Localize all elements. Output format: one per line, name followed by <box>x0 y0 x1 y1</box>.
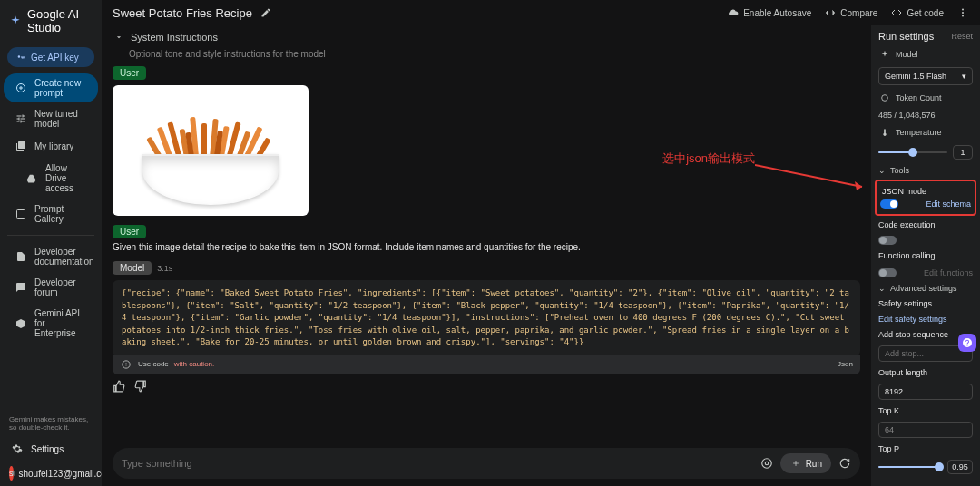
topbar: Sweet Potato Fries Recipe Enable Autosav… <box>102 0 980 25</box>
user-message-2: User Given this image detail the recipe … <box>113 225 860 252</box>
chevron-down-icon: ⌄ <box>878 284 886 293</box>
code-footer: Use code with caution. Json <box>113 355 860 374</box>
spark-icon <box>9 15 22 27</box>
nav-label: Allow Drive access <box>45 163 87 193</box>
main: Sweet Potato Fries Recipe Enable Autosav… <box>102 0 980 486</box>
role-badge-user: User <box>113 66 146 80</box>
get-api-key-button[interactable]: Get API key <box>7 47 94 67</box>
sidebar-settings[interactable]: Settings <box>0 437 102 461</box>
svg-point-11 <box>882 95 888 102</box>
drive-icon <box>25 172 38 185</box>
output-length-input[interactable] <box>878 384 973 400</box>
advanced-section[interactable]: ⌄ Advanced settings <box>878 284 973 293</box>
token-icon <box>878 92 891 104</box>
settings-label: Settings <box>31 444 64 454</box>
nav-drive-access[interactable]: Allow Drive access <box>4 159 98 198</box>
compare-icon <box>824 6 837 19</box>
getcode-button[interactable]: Get code <box>890 6 944 19</box>
nav-label: Create new prompt <box>34 78 87 98</box>
reset-button[interactable]: Reset <box>951 32 973 41</box>
page-title: Sweet Potato Fries Recipe <box>113 6 252 20</box>
run-settings-panel: Run settings Reset Model Gemini 1.5 Flas… <box>871 25 980 486</box>
topp-value[interactable]: 0.95 <box>947 460 973 474</box>
image-icon[interactable] <box>760 457 773 470</box>
code-output: {"recipe": {"name": "Baked Sweet Potato … <box>113 280 860 356</box>
feedback-row <box>113 374 860 398</box>
thumbs-down-icon[interactable] <box>134 380 147 393</box>
svg-point-4 <box>962 15 964 17</box>
model-select[interactable]: Gemini 1.5 Flash ▾ <box>878 67 973 85</box>
caution-pre: Use code <box>138 360 169 368</box>
collapse-sidebar-button[interactable] <box>5 466 20 481</box>
json-mode-toggle[interactable] <box>880 199 898 209</box>
run-button[interactable]: Run <box>780 453 831 473</box>
caution-link[interactable]: with caution. <box>174 360 214 368</box>
key-icon <box>15 51 27 63</box>
api-key-label: Get API key <box>31 53 79 63</box>
code-icon <box>890 6 903 19</box>
input-bar: Run <box>113 448 860 479</box>
nav-label: Developer forum <box>34 277 87 297</box>
cloud-icon <box>727 6 740 19</box>
temp-label: Temperature <box>878 126 973 139</box>
prompt-input[interactable] <box>122 458 753 469</box>
user-email: shoufei123@gmail.com <box>19 469 114 479</box>
nav-new-tuned[interactable]: New tuned model <box>4 104 98 133</box>
thumbs-up-icon[interactable] <box>113 380 125 393</box>
chevron-down-icon: ⌄ <box>878 166 886 175</box>
code-exec-label: Code execution <box>878 220 973 229</box>
svg-point-6 <box>126 365 127 366</box>
safety-label: Safety settings <box>878 299 973 308</box>
nav-gallery[interactable]: Prompt Gallery <box>4 199 98 228</box>
autosave-button[interactable]: Enable Autosave <box>727 6 811 19</box>
svg-point-7 <box>761 459 771 469</box>
more-icon[interactable] <box>956 6 969 19</box>
nav-forum[interactable]: Developer forum <box>4 273 98 302</box>
sysinst-label: System Instructions <box>131 32 218 43</box>
spark-icon <box>878 48 891 61</box>
nav-enterprise[interactable]: Gemini API for Enterprise <box>4 304 98 343</box>
topp-slider[interactable] <box>878 466 942 468</box>
temperature-value[interactable]: 1 <box>953 145 973 160</box>
nav-create-prompt[interactable]: Create new prompt <box>4 73 98 102</box>
rp-title: Run settings <box>878 31 934 42</box>
topp-label: Top P <box>878 444 973 453</box>
doc-icon <box>15 250 27 263</box>
info-icon <box>120 358 132 371</box>
model-message: Model 3.1s {"recipe": {"name": "Baked Sw… <box>113 261 860 398</box>
autosave-label: Enable Autosave <box>743 8 811 18</box>
enterprise-icon <box>15 317 27 330</box>
sidebar: Google AI Studio Get API key Create new … <box>0 0 102 486</box>
model-label: Model <box>878 48 973 61</box>
system-instructions-header[interactable]: System Instructions <box>113 25 860 49</box>
gear-icon <box>11 442 24 455</box>
model-latency: 3.1s <box>157 264 172 273</box>
func-call-toggle[interactable] <box>878 268 897 277</box>
json-mode-highlight: JSON mode Edit schema <box>875 180 976 216</box>
edit-icon[interactable] <box>260 6 272 19</box>
temperature-slider[interactable] <box>878 151 947 153</box>
sysinst-hint: Optional tone and style instructions for… <box>113 49 860 59</box>
gallery-icon <box>15 208 27 220</box>
disclaimer: Gemini makes mistakes, so double-check i… <box>0 410 102 437</box>
compare-button[interactable]: Compare <box>824 6 877 19</box>
tools-section[interactable]: ⌄ Tools <box>878 166 973 175</box>
tune-icon <box>15 112 27 125</box>
topk-input[interactable] <box>878 422 973 438</box>
help-floating-button[interactable] <box>958 334 976 352</box>
getcode-label: Get code <box>906 8 944 18</box>
code-exec-toggle[interactable] <box>878 236 897 245</box>
nav-label: Gemini API for Enterprise <box>34 308 87 338</box>
edit-safety-link[interactable]: Edit safety settings <box>878 315 973 324</box>
nav-my-library[interactable]: My library <box>4 135 98 157</box>
user-message-1: User <box>113 66 860 216</box>
refresh-icon[interactable] <box>838 457 851 470</box>
token-label: Token Count <box>878 92 973 104</box>
edit-functions-link: Edit functions <box>924 268 973 277</box>
nav-docs[interactable]: Developer documentation <box>4 242 98 271</box>
logo[interactable]: Google AI Studio <box>0 0 102 42</box>
edit-schema-link[interactable]: Edit schema <box>926 199 971 209</box>
plus-circle-icon <box>15 82 27 94</box>
uploaded-image[interactable] <box>113 85 309 216</box>
user-prompt-text: Given this image detail the recipe to ba… <box>113 242 860 252</box>
